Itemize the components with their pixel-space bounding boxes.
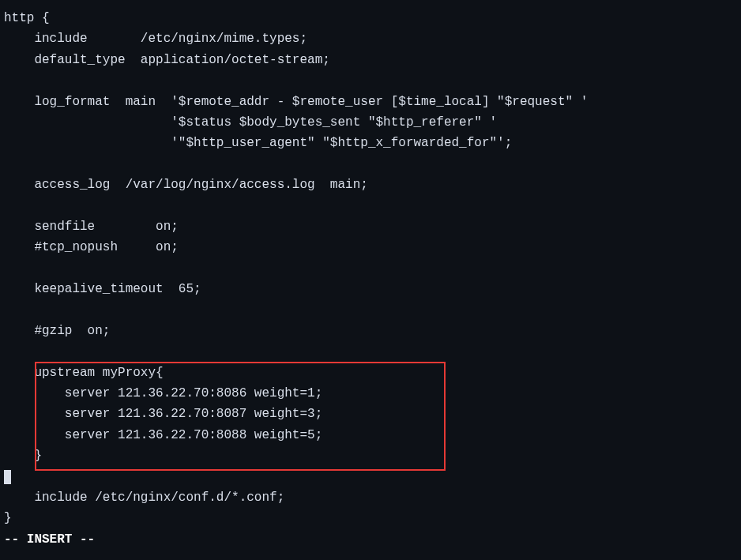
nginx-config-code[interactable]: http { include /etc/nginx/mime.types; de… — [4, 8, 737, 550]
code-line: #gzip on; — [4, 324, 110, 338]
code-line: http { — [4, 11, 50, 25]
code-line: '$status $body_bytes_sent "$http_referer… — [4, 115, 497, 130]
code-line: keepalive_timeout 65; — [4, 282, 201, 296]
code-line: server 121.36.22.70:8088 weight=5; — [4, 428, 322, 442]
code-line: include /etc/nginx/mime.types; — [4, 32, 307, 46]
code-line: } — [4, 511, 12, 525]
code-line: include /etc/nginx/conf.d/*.conf; — [4, 490, 284, 505]
code-line: '"$http_user_agent" "$http_x_forwarded_f… — [4, 136, 512, 150]
code-line: server 121.36.22.70:8086 weight=1; — [4, 386, 322, 400]
vim-mode-status: -- INSERT -- — [4, 532, 95, 547]
code-line: } — [4, 449, 42, 463]
code-line: default_type application/octet-stream; — [4, 53, 330, 67]
code-line: sendfile on; — [4, 220, 179, 234]
editor-cursor — [4, 470, 11, 484]
code-line: access_log /var/log/nginx/access.log mai… — [4, 178, 368, 192]
code-line: server 121.36.22.70:8087 weight=3; — [4, 407, 322, 421]
code-line: #tcp_nopush on; — [4, 240, 179, 254]
code-line: upstream myProxy{ — [4, 366, 164, 380]
code-line: log_format main '$remote_addr - $remote_… — [4, 95, 588, 109]
